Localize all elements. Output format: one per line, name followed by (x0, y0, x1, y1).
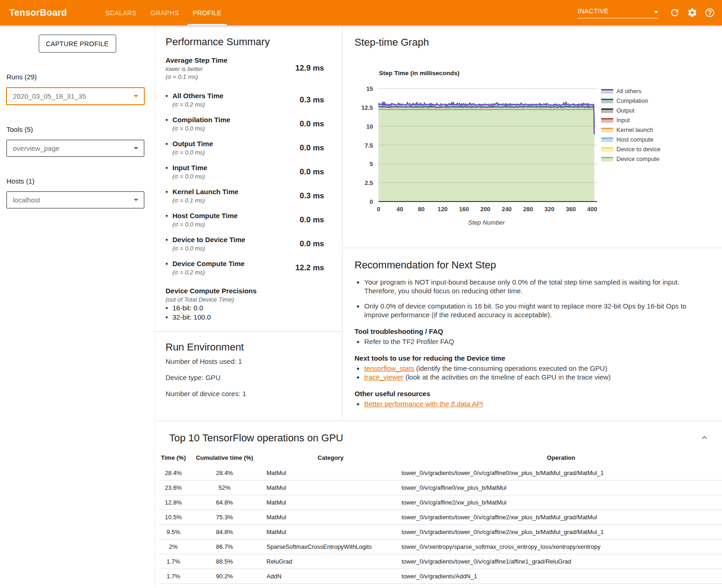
table-row: 28.4%28.4%MatMultower_0/v/gradients/towe… (159, 466, 722, 481)
top-ops-title: Top 10 TensorFlow operations on GPU (169, 432, 343, 444)
perf-item-1: •Compilation Time(σ = 0.0 ms)0.0 ms (166, 115, 324, 132)
svg-text:5: 5 (370, 160, 373, 167)
tools-select[interactable]: overview_page (6, 140, 144, 157)
svg-text:15: 15 (367, 85, 373, 92)
column-header: Category (261, 451, 400, 466)
legend-item: Host compute (601, 136, 653, 143)
help-icon[interactable] (704, 7, 715, 18)
svg-text:320: 320 (544, 206, 555, 213)
svg-text:40: 40 (397, 206, 403, 213)
table-row: 10.5%75.3%MatMultower_0/v/gradients/towe… (159, 510, 722, 525)
recommendation-bullet: Only 0.0% of device computation is 16 bi… (364, 302, 706, 319)
svg-text:2.5: 2.5 (365, 179, 373, 186)
sidebar: CAPTURE PROFILE Runs (29) 2020_03_05_18_… (0, 25, 155, 588)
next-tool-link[interactable]: tensorflow_stats (364, 364, 414, 372)
svg-text:Input: Input (616, 117, 630, 124)
next-tools-heading: Next tools to use for reducing the Devic… (355, 354, 706, 362)
table-row: 12.8%64.8%MatMultower_0/v/cg/affine2/xw_… (159, 495, 722, 510)
left-column: Performance Summary Average Step Time lo… (155, 25, 343, 421)
status-dropdown-value: INACTIVE (578, 7, 609, 15)
column-header: Operation (400, 451, 722, 466)
status-dropdown[interactable]: INACTIVE (578, 7, 658, 18)
nav-tabs: SCALARSGRAPHSPROFILE (100, 0, 230, 25)
legend-item: Device compute (601, 155, 659, 162)
refresh-icon[interactable] (669, 7, 680, 18)
svg-text:240: 240 (502, 206, 512, 213)
hosts-label: Hosts (1) (6, 177, 144, 185)
capture-profile-button[interactable]: CAPTURE PROFILE (39, 35, 116, 53)
precision-item: •32-bit: 100.0 (166, 313, 324, 322)
chevron-down-icon (134, 95, 138, 97)
hosts-select[interactable]: localhost (6, 191, 144, 208)
average-step-time-row: Average Step Time lower is better (σ = 0… (166, 56, 324, 81)
next-tool-link[interactable]: trace_viewer (364, 373, 403, 381)
resource-link[interactable]: Better performance with the tf.data API (364, 400, 483, 408)
svg-text:360: 360 (566, 206, 576, 213)
svg-text:12.5: 12.5 (361, 104, 373, 111)
legend-item: Input (601, 117, 630, 124)
perf-item-0: •All Others Time(σ = 0.2 ms)0.3 ms (166, 91, 324, 108)
runs-select[interactable]: 2020_03_05_18_31_35 (6, 87, 145, 105)
chevron-down-icon (654, 11, 658, 13)
legend-item: Kernel launch (601, 126, 653, 133)
svg-text:Device to device: Device to device (616, 146, 660, 153)
collapse-section-button[interactable] (700, 434, 709, 443)
svg-text:7.5: 7.5 (365, 142, 373, 149)
settings-gear-icon[interactable] (686, 7, 698, 18)
hosts-select-value: localhost (13, 196, 40, 204)
chevron-down-icon (134, 147, 138, 149)
recommendation-bullet: Your program is NOT input-bound because … (364, 278, 706, 295)
precisions-note: (out of Total Device Time) (166, 296, 324, 303)
run-environment-title: Run Environment (166, 341, 324, 353)
tab-scalars[interactable]: SCALARS (100, 0, 142, 25)
performance-summary-card: Performance Summary Average Step Time lo… (155, 25, 342, 332)
runs-field: Runs (29) 2020_03_05_18_31_35 (6, 73, 144, 105)
svg-text:10: 10 (367, 123, 373, 130)
next-tool-item: trace_viewer (look at the activities on … (364, 373, 706, 381)
svg-text:160: 160 (459, 206, 469, 213)
perf-item-6: •Device to Device Time(σ = 0.0 ms)0.0 ms (166, 235, 324, 252)
env-line: Number of Hosts used: 1 (166, 353, 324, 369)
svg-text:200: 200 (480, 206, 491, 213)
app-title: TensorBoard (9, 7, 67, 18)
svg-text:Compilation: Compilation (616, 97, 648, 104)
recommendation-section: Recommendation for Next Step Your progra… (343, 248, 722, 421)
table-row: 2%86.7%SparseSoftmaxCrossEntropyWithLogi… (159, 540, 722, 554)
runs-select-value: 2020_03_05_18_31_35 (13, 92, 86, 100)
legend-item: Output (601, 107, 634, 114)
legend-item: Device to device (601, 146, 660, 153)
hosts-field: Hosts (1) localhost (6, 177, 144, 208)
faq-heading: Tool troubleshooting / FAQ (355, 327, 706, 336)
tools-select-value: overview_page (13, 144, 59, 152)
table-row: 1.7%90.2%AddNtower_0/v/gradients/AddN_1 (159, 569, 722, 584)
other-resources-heading: Other useful resources (355, 389, 706, 398)
chevron-up-icon (701, 434, 708, 441)
svg-text:0: 0 (377, 206, 380, 213)
next-tool-item: tensorflow_stats (identify the time-cons… (364, 364, 706, 373)
legend-item: All others (601, 88, 642, 95)
perf-item-3: •Input Time(σ = 0.0 ms)0.0 ms (166, 163, 324, 180)
tab-graphs[interactable]: GRAPHS (145, 0, 184, 25)
svg-text:All others: All others (616, 88, 642, 95)
svg-text:0: 0 (370, 198, 373, 205)
svg-text:280: 280 (523, 206, 533, 213)
main-content: Performance Summary Average Step Time lo… (155, 25, 722, 588)
table-row: 9.5%84.8%MatMultower_0/v/gradients/tower… (159, 525, 722, 540)
env-line: Device type: GPU (166, 369, 324, 386)
header-controls: INACTIVE (578, 0, 718, 25)
svg-text:Host compute: Host compute (616, 136, 653, 143)
perf-item-7: •Device Compute Time(σ = 0.2 ms)12.2 ms (166, 259, 324, 276)
chevron-down-icon (134, 199, 138, 201)
app-header: TensorBoard SCALARSGRAPHSPROFILE INACTIV… (0, 0, 722, 25)
svg-text:Step Number: Step Number (468, 219, 505, 226)
svg-text:Kernel launch: Kernel launch (616, 126, 653, 133)
legend-item: Compilation (601, 97, 648, 104)
run-environment-card: Run Environment Number of Hosts used: 1D… (155, 332, 342, 402)
precisions-label: Device Compute Precisions (166, 286, 324, 296)
tools-field: Tools (5) overview_page (6, 125, 144, 157)
resource-item: Better performance with the tf.data API (364, 399, 706, 408)
table-row: 23.6%52%MatMultower_0/v/cg/affine0/xw_pl… (159, 481, 722, 495)
tab-profile[interactable]: PROFILE (188, 0, 227, 25)
average-step-time-note: lower is better (166, 65, 227, 73)
step-time-chart: Step Time (in milliseconds)02.557.51012.… (343, 25, 722, 248)
